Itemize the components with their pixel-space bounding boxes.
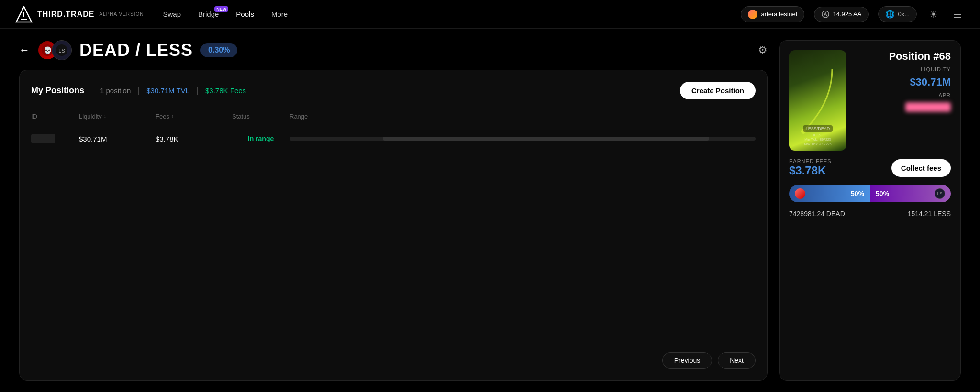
split-right-pct: 50% — [876, 190, 889, 197]
nav-links: Swap Bridge NEW Pools More — [163, 10, 288, 18]
col-fees[interactable]: Fees ↕ — [156, 113, 232, 120]
apr-value: ████████ — [905, 102, 951, 112]
id-placeholder — [31, 134, 55, 143]
split-right: 50% LS — [870, 185, 951, 202]
fee-badge: 0.30% — [200, 43, 237, 57]
positions-title: My Positions — [31, 86, 84, 96]
aa-button[interactable]: 14.925 AA — [814, 7, 869, 22]
earned-fees-value: $3.78K — [789, 164, 832, 177]
wallet-address: 0x... — [898, 11, 910, 18]
main-content: ← 💀 LS DEAD / LESS 0.30% ⚙ — [0, 29, 980, 392]
dead-token-avatar — [795, 188, 805, 199]
network-icon — [748, 10, 757, 19]
network-button[interactable]: arteraTestnet — [741, 6, 805, 22]
settings-button[interactable]: ⚙ — [758, 44, 768, 56]
collect-fees-button[interactable]: Collect fees — [891, 159, 951, 177]
logo-area: THIRD.TRADE ALPHA VERSION — [15, 6, 144, 23]
range-fill — [383, 137, 709, 141]
position-card-header: LESS/DEAD ID: 68 Min Tick: -897225 Max T… — [789, 50, 951, 151]
aa-icon — [821, 10, 830, 19]
position-title: Position #68 — [889, 50, 951, 63]
svg-text:💀: 💀 — [44, 46, 52, 54]
position-card: LESS/DEAD ID: 68 Min Tick: -897225 Max T… — [779, 40, 961, 381]
positions-tvl: $30.71M TVL — [146, 87, 189, 95]
earned-fees-group: EARNED FEES $3.78K — [789, 158, 832, 177]
navbar: THIRD.TRADE ALPHA VERSION Swap Bridge NE… — [0, 0, 980, 29]
status-badge: In range — [232, 135, 290, 142]
col-range: Range — [290, 113, 756, 120]
row-fees: $3.78K — [156, 135, 232, 143]
positions-fees: $3.78K Fees — [205, 87, 246, 95]
positions-container: My Positions 1 position $30.71M TVL $3.7… — [19, 70, 768, 381]
new-badge: NEW — [214, 6, 228, 12]
split-left-pct: 50% — [851, 190, 864, 197]
token-amounts: 7428981.24 DEAD 1514.21 LESS — [789, 210, 951, 218]
token2-amount: 1514.21 LESS — [908, 210, 951, 218]
logo-text: THIRD.TRADE — [37, 10, 94, 19]
position-nft-image: LESS/DEAD ID: 68 Min Tick: -897225 Max T… — [789, 50, 846, 151]
pair-name: DEAD / LESS — [79, 40, 193, 60]
table-row[interactable]: $30.71M $3.78K In range — [31, 124, 756, 153]
globe-icon: 🌐 — [885, 10, 895, 19]
nav-more[interactable]: More — [271, 10, 288, 18]
apr-label: APR — [938, 92, 951, 98]
previous-button[interactable]: Previous — [662, 352, 712, 369]
token-less-icon: LS — [52, 40, 72, 60]
create-position-button[interactable]: Create Position — [680, 82, 756, 99]
positions-header: My Positions 1 position $30.71M TVL $3.7… — [31, 82, 756, 99]
range-bar — [290, 137, 756, 141]
row-id-cell — [31, 134, 79, 143]
alpha-badge: ALPHA VERSION — [99, 11, 144, 17]
nav-pools[interactable]: Pools — [236, 10, 254, 18]
nav-bridge[interactable]: Bridge NEW — [198, 10, 219, 18]
less-token-icon: LS — [935, 188, 945, 199]
split-left: 50% — [789, 185, 870, 202]
position-info: Position #68 LIQUIDITY $30.71M APR █████… — [846, 50, 951, 112]
nft-details: ID: 68 Min Tick: -897225 Max Tick: -8972… — [804, 133, 831, 147]
earned-fees-label: EARNED FEES — [789, 158, 832, 164]
header-divider2 — [138, 87, 139, 95]
nft-pair-label: LESS/DEAD — [803, 125, 833, 132]
theme-toggle-button[interactable]: ☀ — [926, 6, 941, 23]
pair-header: ← 💀 LS DEAD / LESS 0.30% ⚙ — [19, 40, 768, 60]
logo-icon — [15, 6, 33, 23]
table-header: ID Liquidity ↕ Fees ↕ Status Range — [31, 109, 756, 124]
network-label: arteraTestnet — [761, 11, 798, 18]
wallet-button[interactable]: 🌐 0x... — [878, 6, 917, 22]
svg-text:LS: LS — [58, 48, 65, 54]
positions-count: 1 position — [100, 87, 131, 95]
token-icons: 💀 LS — [37, 40, 72, 60]
col-liquidity[interactable]: Liquidity ↕ — [79, 113, 156, 120]
liquidity-sort-icon: ↕ — [104, 114, 106, 119]
col-status: Status — [232, 113, 290, 120]
header-divider — [92, 87, 92, 95]
liquidity-value: $30.71M — [910, 76, 951, 88]
table-footer: Previous Next — [31, 352, 756, 369]
next-button[interactable]: Next — [718, 352, 756, 369]
header-divider3 — [197, 87, 198, 95]
row-liquidity: $30.71M — [79, 135, 156, 143]
token1-amount: 7428981.24 DEAD — [789, 210, 845, 218]
left-panel: ← 💀 LS DEAD / LESS 0.30% ⚙ — [19, 40, 768, 381]
nav-swap[interactable]: Swap — [163, 10, 181, 18]
menu-button[interactable]: ☰ — [950, 6, 965, 23]
fees-section: EARNED FEES $3.78K Collect fees — [789, 158, 951, 177]
back-button[interactable]: ← — [19, 44, 30, 56]
liquidity-label: LIQUIDITY — [921, 66, 951, 72]
fees-sort-icon: ↕ — [171, 114, 174, 119]
aa-amount: 14.925 AA — [833, 11, 861, 18]
col-id: ID — [31, 113, 79, 120]
nav-right: arteraTestnet 14.925 AA 🌐 0x... ☀ ☰ — [741, 6, 965, 23]
token-split-bar: 50% 50% LS — [789, 185, 951, 202]
